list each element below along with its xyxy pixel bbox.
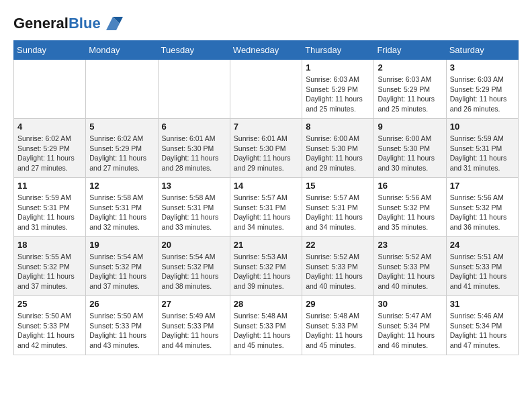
day-info: Sunrise: 6:03 AM Sunset: 5:29 PM Dayligh… [450, 75, 515, 114]
day-cell: 19Sunrise: 5:54 AM Sunset: 5:32 PM Dayli… [86, 237, 158, 296]
day-number: 29 [306, 299, 370, 309]
day-info: Sunrise: 5:56 AM Sunset: 5:32 PM Dayligh… [450, 193, 515, 232]
day-number: 13 [162, 181, 226, 191]
header-cell-monday: Monday [86, 41, 158, 60]
day-cell: 18Sunrise: 5:55 AM Sunset: 5:32 PM Dayli… [14, 237, 86, 296]
day-cell: 6Sunrise: 6:01 AM Sunset: 5:30 PM Daylig… [158, 119, 230, 178]
header-cell-tuesday: Tuesday [158, 41, 230, 60]
day-number: 22 [306, 240, 370, 250]
day-number: 27 [162, 299, 226, 309]
day-cell: 30Sunrise: 5:47 AM Sunset: 5:34 PM Dayli… [374, 296, 446, 355]
day-info: Sunrise: 5:54 AM Sunset: 5:32 PM Dayligh… [162, 252, 226, 291]
day-info: Sunrise: 5:58 AM Sunset: 5:31 PM Dayligh… [89, 193, 154, 232]
page-header: GeneralBlue [13, 13, 519, 34]
week-row-3: 11Sunrise: 5:59 AM Sunset: 5:31 PM Dayli… [14, 178, 519, 237]
day-cell: 13Sunrise: 5:58 AM Sunset: 5:31 PM Dayli… [158, 178, 230, 237]
day-cell: 5Sunrise: 6:02 AM Sunset: 5:29 PM Daylig… [86, 119, 158, 178]
day-info: Sunrise: 5:46 AM Sunset: 5:34 PM Dayligh… [450, 311, 515, 351]
day-number: 8 [306, 122, 370, 132]
day-number: 4 [17, 122, 82, 132]
day-number: 31 [450, 299, 515, 309]
calendar-header: SundayMondayTuesdayWednesdayThursdayFrid… [14, 41, 519, 60]
day-info: Sunrise: 5:49 AM Sunset: 5:33 PM Dayligh… [162, 311, 226, 351]
day-info: Sunrise: 5:59 AM Sunset: 5:31 PM Dayligh… [450, 134, 515, 173]
day-number: 6 [162, 122, 226, 132]
day-cell: 28Sunrise: 5:48 AM Sunset: 5:33 PM Dayli… [230, 296, 302, 355]
day-cell: 22Sunrise: 5:52 AM Sunset: 5:33 PM Dayli… [302, 237, 374, 296]
day-info: Sunrise: 5:50 AM Sunset: 5:33 PM Dayligh… [17, 311, 82, 351]
day-info: Sunrise: 5:57 AM Sunset: 5:31 PM Dayligh… [306, 193, 370, 232]
day-number: 7 [234, 122, 298, 132]
day-info: Sunrise: 5:59 AM Sunset: 5:31 PM Dayligh… [17, 193, 82, 232]
day-number: 11 [17, 181, 82, 191]
day-cell: 11Sunrise: 5:59 AM Sunset: 5:31 PM Dayli… [14, 178, 86, 237]
day-number: 15 [306, 181, 370, 191]
day-info: Sunrise: 6:00 AM Sunset: 5:30 PM Dayligh… [378, 134, 442, 173]
day-info: Sunrise: 5:56 AM Sunset: 5:32 PM Dayligh… [378, 193, 442, 232]
day-cell: 29Sunrise: 5:48 AM Sunset: 5:33 PM Dayli… [302, 296, 374, 355]
day-info: Sunrise: 5:57 AM Sunset: 5:31 PM Dayligh… [234, 193, 298, 232]
day-cell: 12Sunrise: 5:58 AM Sunset: 5:31 PM Dayli… [86, 178, 158, 237]
day-cell: 20Sunrise: 5:54 AM Sunset: 5:32 PM Dayli… [158, 237, 230, 296]
day-number: 24 [450, 240, 515, 250]
day-cell: 9Sunrise: 6:00 AM Sunset: 5:30 PM Daylig… [374, 119, 446, 178]
day-cell: 2Sunrise: 6:03 AM Sunset: 5:29 PM Daylig… [374, 60, 446, 119]
day-info: Sunrise: 5:54 AM Sunset: 5:32 PM Dayligh… [89, 252, 154, 291]
day-cell [158, 60, 230, 119]
header-cell-friday: Friday [374, 41, 446, 60]
day-info: Sunrise: 5:48 AM Sunset: 5:33 PM Dayligh… [306, 311, 370, 351]
day-cell: 27Sunrise: 5:49 AM Sunset: 5:33 PM Dayli… [158, 296, 230, 355]
header-cell-saturday: Saturday [446, 41, 518, 60]
day-number: 28 [234, 299, 298, 309]
day-info: Sunrise: 5:47 AM Sunset: 5:34 PM Dayligh… [378, 311, 442, 351]
day-number: 18 [17, 240, 82, 250]
week-row-2: 4Sunrise: 6:02 AM Sunset: 5:29 PM Daylig… [14, 119, 519, 178]
day-info: Sunrise: 5:53 AM Sunset: 5:32 PM Dayligh… [234, 252, 298, 291]
day-cell: 4Sunrise: 6:02 AM Sunset: 5:29 PM Daylig… [14, 119, 86, 178]
day-info: Sunrise: 5:51 AM Sunset: 5:33 PM Dayligh… [450, 252, 515, 291]
day-cell: 10Sunrise: 5:59 AM Sunset: 5:31 PM Dayli… [446, 119, 518, 178]
day-info: Sunrise: 6:01 AM Sunset: 5:30 PM Dayligh… [162, 134, 226, 173]
day-cell: 31Sunrise: 5:46 AM Sunset: 5:34 PM Dayli… [446, 296, 518, 355]
day-number: 30 [378, 299, 442, 309]
day-number: 1 [306, 62, 370, 73]
day-info: Sunrise: 6:02 AM Sunset: 5:29 PM Dayligh… [89, 134, 154, 173]
logo-text: GeneralBlue [13, 15, 101, 32]
day-info: Sunrise: 6:01 AM Sunset: 5:30 PM Dayligh… [234, 134, 298, 173]
day-cell: 15Sunrise: 5:57 AM Sunset: 5:31 PM Dayli… [302, 178, 374, 237]
week-row-5: 25Sunrise: 5:50 AM Sunset: 5:33 PM Dayli… [14, 296, 519, 355]
day-cell: 1Sunrise: 6:03 AM Sunset: 5:29 PM Daylig… [302, 60, 374, 119]
day-cell: 25Sunrise: 5:50 AM Sunset: 5:33 PM Dayli… [14, 296, 86, 355]
day-number: 21 [234, 240, 298, 250]
day-cell [14, 60, 86, 119]
day-cell: 3Sunrise: 6:03 AM Sunset: 5:29 PM Daylig… [446, 60, 518, 119]
day-number: 23 [378, 240, 442, 250]
header-cell-wednesday: Wednesday [230, 41, 302, 60]
calendar-table: SundayMondayTuesdayWednesdayThursdayFrid… [13, 40, 519, 355]
day-cell: 24Sunrise: 5:51 AM Sunset: 5:33 PM Dayli… [446, 237, 518, 296]
header-row: SundayMondayTuesdayWednesdayThursdayFrid… [14, 41, 519, 60]
day-info: Sunrise: 6:02 AM Sunset: 5:29 PM Dayligh… [17, 134, 82, 173]
header-cell-sunday: Sunday [14, 41, 86, 60]
day-cell: 26Sunrise: 5:50 AM Sunset: 5:33 PM Dayli… [86, 296, 158, 355]
day-info: Sunrise: 5:58 AM Sunset: 5:31 PM Dayligh… [162, 193, 226, 232]
day-cell: 21Sunrise: 5:53 AM Sunset: 5:32 PM Dayli… [230, 237, 302, 296]
header-cell-thursday: Thursday [302, 41, 374, 60]
day-number: 16 [378, 181, 442, 191]
day-info: Sunrise: 6:03 AM Sunset: 5:29 PM Dayligh… [378, 75, 442, 114]
day-cell: 17Sunrise: 5:56 AM Sunset: 5:32 PM Dayli… [446, 178, 518, 237]
day-cell [86, 60, 158, 119]
day-number: 20 [162, 240, 226, 250]
logo: GeneralBlue [13, 13, 123, 34]
day-cell: 23Sunrise: 5:52 AM Sunset: 5:33 PM Dayli… [374, 237, 446, 296]
day-number: 19 [89, 240, 154, 250]
day-number: 3 [450, 62, 515, 73]
day-cell [230, 60, 302, 119]
day-number: 17 [450, 181, 515, 191]
day-info: Sunrise: 6:03 AM Sunset: 5:29 PM Dayligh… [306, 75, 370, 114]
week-row-4: 18Sunrise: 5:55 AM Sunset: 5:32 PM Dayli… [14, 237, 519, 296]
day-info: Sunrise: 5:50 AM Sunset: 5:33 PM Dayligh… [89, 311, 154, 351]
day-number: 12 [89, 181, 154, 191]
day-cell: 14Sunrise: 5:57 AM Sunset: 5:31 PM Dayli… [230, 178, 302, 237]
day-number: 25 [17, 299, 82, 309]
